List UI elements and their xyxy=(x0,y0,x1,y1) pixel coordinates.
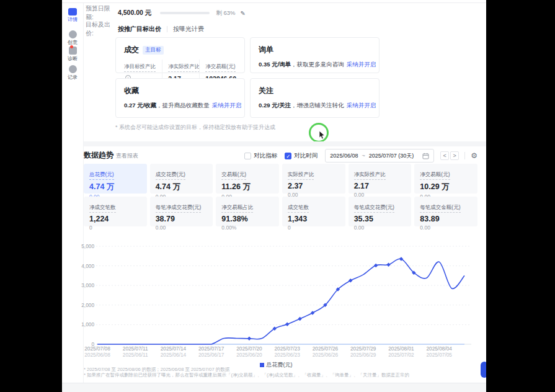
trend-chart-area[interactable]: 01,0002,0003,0004,0005,0002025/07/082025… xyxy=(79,241,482,360)
goal-card-title: 关注 xyxy=(259,86,273,96)
metric-label: 净实际投产比 xyxy=(168,63,200,72)
svg-text:3,000: 3,000 xyxy=(81,282,94,288)
svg-text:2025/07/08: 2025/07/08 xyxy=(84,345,110,352)
metric-card-orders[interactable]: 成交笔数 1,343 0 xyxy=(282,197,345,226)
svg-text:2025/06/29: 2025/06/29 xyxy=(350,352,376,358)
metric-value: 83.89 xyxy=(420,215,472,223)
metric-compare-value: 0.00 xyxy=(156,225,208,231)
sidebar-item-label: 详情 xyxy=(62,17,83,22)
metric-label: 实际投产比 xyxy=(288,171,314,180)
sidebar-item-record[interactable]: 记录 xyxy=(62,65,83,80)
metric-label: 每笔成交金额(元) xyxy=(420,204,460,213)
metric-value: 2.37 xyxy=(288,182,340,190)
budget-row: 预算日限额: 4,500.00 元 剩 63% ✎ xyxy=(84,8,246,18)
metric-label: 成交花费(元) xyxy=(156,171,185,180)
metric-card-deal-cost[interactable]: 成交花费(元) 4.74 万 0.00 xyxy=(150,164,213,194)
metric-card-cost-per-order[interactable]: 每笔成交花费(元) 35.35 0.00 xyxy=(349,197,412,226)
primary-goal-badge: 主目标 xyxy=(143,46,164,55)
adopt-enable-link[interactable]: 采纳并开启 xyxy=(347,61,376,68)
goal-cards: 成交主目标 净目标投产比i 2.45 ✎ 净实际投产比 2.17 净交易额(元)… xyxy=(115,37,380,118)
legend-label: 总花费(元) xyxy=(267,361,293,369)
goal-card-title: 询单 xyxy=(259,45,273,55)
metric-card-amount-per-order[interactable]: 每笔成交金额(元) 83.89 0.00 xyxy=(414,197,477,226)
metric-label: 交易额(元) xyxy=(221,171,246,180)
metric-label: 净目标投产比 xyxy=(124,63,156,72)
metric-label: 每笔净成交花费(元) xyxy=(156,204,202,213)
metric-card-actual-roi[interactable]: 实际投产比 2.37 0.00 xyxy=(282,164,345,194)
goal-card-inquiry: 询单 0.35 元/询单，获取更多意向咨询采纳并开启 xyxy=(250,37,380,73)
gear-icon[interactable]: ⚙ xyxy=(471,151,477,160)
metric-card-net-cost-per-order[interactable]: 每笔净成交花费(元) 38.79 0.00 xyxy=(150,197,213,226)
svg-text:2025/06/11: 2025/06/11 xyxy=(123,352,148,358)
sidebar-item-creative[interactable]: 创意 xyxy=(62,30,83,45)
metric-value: 2.17 xyxy=(354,182,406,190)
metric-value: 91.38% xyxy=(221,215,273,223)
goal-card-follow: 关注 0.29 元/关注，增强店铺关注转化采纳并开启 xyxy=(250,78,380,118)
sidebar-item-label: 创意 xyxy=(62,40,83,45)
metric-card-net-orders[interactable]: 净成交笔数 1,224 0 xyxy=(84,197,147,226)
creative-icon xyxy=(69,30,77,38)
metric-compare-value: 0.00% xyxy=(221,225,273,231)
svg-text:2025/07/02: 2025/07/02 xyxy=(388,352,414,358)
trend-chart[interactable]: 01,0002,0003,0004,0005,0002025/07/082025… xyxy=(79,241,482,360)
metric-value: 4.74 万 xyxy=(156,182,208,192)
edit-budget-icon[interactable]: ✎ xyxy=(240,10,245,17)
goal-card-deal: 成交主目标 净目标投产比i 2.45 ✎ 净实际投产比 2.17 净交易额(元)… xyxy=(115,37,245,73)
notification-dot xyxy=(70,45,73,48)
budget-remaining: 剩 63% xyxy=(216,9,235,17)
click-indicator-ring xyxy=(309,123,329,143)
metric-value: 35.35 xyxy=(354,215,406,223)
sidebar-item-detail[interactable]: 详情 xyxy=(62,8,83,22)
metric-card-net-gmv-ratio[interactable]: 净交易额占比 91.38% 0.00% xyxy=(216,197,279,226)
metric-label: 净实际投产比 xyxy=(354,171,386,180)
svg-text:5,000: 5,000 xyxy=(81,243,94,249)
goal-desc: ，增强店铺关注转化 xyxy=(291,102,344,109)
top-divider xyxy=(62,2,486,3)
svg-text:4,000: 4,000 xyxy=(81,263,94,269)
date-range-picker[interactable]: 2025/06/08 ~ 2025/07/07 (30天) xyxy=(325,149,434,163)
floating-blue-pill[interactable] xyxy=(481,362,486,378)
svg-text:2025/06/23: 2025/06/23 xyxy=(274,352,300,358)
metric-label: 成交笔数 xyxy=(288,204,309,213)
sidebar-item-diagnose[interactable]: 诊断 xyxy=(62,47,83,61)
metric-card-total-cost[interactable]: 总花费(元) 4.74 万 0.00 xyxy=(84,164,147,194)
svg-text:2025/06/20: 2025/06/20 xyxy=(236,352,262,358)
metric-label: 净交易额占比 xyxy=(221,204,253,213)
adopt-enable-link[interactable]: 采纳并开启 xyxy=(212,102,242,109)
budget-amount: 4,500.00 元 xyxy=(118,9,151,17)
goal-desc: ，获取更多意向咨询 xyxy=(291,61,344,68)
check-icon: ✓ xyxy=(286,153,290,159)
diagnose-icon xyxy=(69,47,77,55)
compare-time-checkbox[interactable]: ✓ xyxy=(285,153,291,159)
compare-metric-checkbox[interactable] xyxy=(244,153,251,159)
next-period-button[interactable]: > xyxy=(450,151,459,160)
legend-swatch xyxy=(260,363,264,367)
svg-text:2025/08/04: 2025/08/04 xyxy=(426,345,452,352)
svg-text:2025/08/01: 2025/08/01 xyxy=(388,345,414,352)
calendar-icon xyxy=(422,153,429,159)
metric-card-net-gmv[interactable]: 净交易额(元) 10.29 万 0.00 xyxy=(414,164,477,194)
metric-compare-value: 0 xyxy=(89,225,141,231)
tab-bid-by-goal[interactable]: 按推广目标出价 xyxy=(118,25,161,33)
metric-card-net-actual-roi[interactable]: 净实际投产比 2.17 0.00 xyxy=(349,164,412,194)
compare-metric-label: 对比指标 xyxy=(254,152,277,160)
svg-text:2025/07/23: 2025/07/23 xyxy=(274,345,300,352)
svg-text:2,000: 2,000 xyxy=(81,302,94,308)
metric-value: 10.29 万 xyxy=(420,182,472,192)
svg-text:2025/06/17: 2025/06/17 xyxy=(198,352,224,358)
trend-controls: 对比指标 ✓ 对比时间 2025/06/08 ~ 2025/07/07 (30天… xyxy=(244,149,477,163)
bottom-band xyxy=(62,383,486,392)
record-icon xyxy=(69,65,77,73)
view-report-link[interactable]: 查看报表 xyxy=(116,152,138,160)
adopt-enable-link[interactable]: 采纳并开启 xyxy=(347,102,376,109)
metric-card-gmv[interactable]: 交易额(元) 11.26 万 0.00 xyxy=(216,164,279,194)
svg-text:2025/07/17: 2025/07/17 xyxy=(198,345,224,352)
svg-text:1,000: 1,000 xyxy=(81,321,94,327)
sidebar-item-label: 诊断 xyxy=(62,56,83,61)
prev-period-button[interactable]: < xyxy=(440,151,449,160)
tab-bid-by-exposure[interactable]: 按曝光计费 xyxy=(173,25,204,33)
goal-card-favorite: 收藏 0.27 元/收藏，提升商品收藏数量采纳并开启 xyxy=(115,78,245,118)
svg-text:2025/07/20: 2025/07/20 xyxy=(236,345,262,352)
app-window: 详情 创意 诊断 记录 预算日限额: 4,500.00 元 剩 63% ✎ 目标… xyxy=(62,0,486,392)
detail-icon xyxy=(68,8,77,16)
